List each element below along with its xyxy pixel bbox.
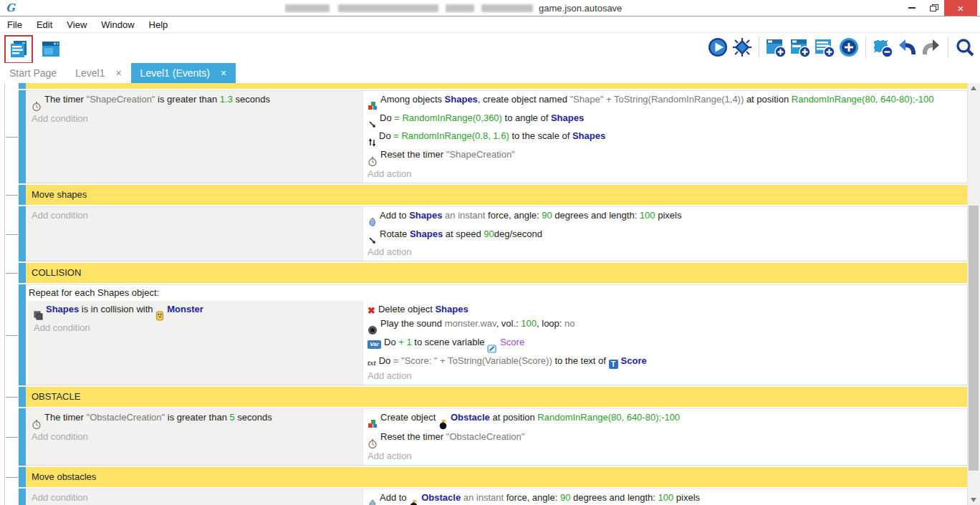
preview-play-icon[interactable] [706,35,730,59]
tab-strip: Start Page Level1 × Level1 (Events) × [0,63,980,83]
text-segment: Do [379,355,393,366]
menu-view[interactable]: View [59,18,94,32]
restore-button[interactable] [923,0,944,16]
add-action[interactable]: Add action [368,449,962,463]
text-segment: , vol.: [496,318,522,329]
redo-icon[interactable] [919,35,943,59]
undo-icon[interactable] [895,35,919,59]
add-condition[interactable]: Add condition [32,430,357,444]
tab-close-icon[interactable]: × [115,67,121,79]
action-row[interactable]: VarDo + 1 to scene variable Score [368,335,962,354]
action-row[interactable]: Among objects Shapes, create object name… [368,92,962,111]
conditions-column: The timer "ObstacleCreation" is greater … [26,409,362,465]
action-row[interactable]: Play the sound monster.wav, vol.: 100, l… [368,317,962,335]
text-segment: 5 [230,412,235,423]
add-action[interactable]: Add action [368,369,962,383]
close-button[interactable]: × [944,0,977,16]
event-block[interactable]: Add conditionAdd to Obstacle an instant … [26,489,968,505]
event-block[interactable]: The timer "ObstacleCreation" is greater … [26,408,968,466]
add-condition[interactable]: Add condition [32,491,357,505]
event-drag-bar[interactable] [19,185,26,205]
comment-block[interactable]: Move shapes [26,185,968,205]
action-row[interactable]: Do = RandomInRange(0.8, 1.6) to the scal… [368,129,962,148]
event-row-container: Move shapes [0,185,968,205]
comment-block[interactable]: COLLISION [26,263,968,283]
add-condition[interactable]: Add condition [32,208,357,223]
menu-help[interactable]: Help [142,18,176,32]
action-row[interactable]: Rotate Shapes at speed 90deg/second [368,227,962,245]
event-block[interactable]: The timer "ShapeCreation" is greater tha… [26,90,968,183]
tab-close-icon[interactable]: × [221,67,226,79]
redacted-title-segment [285,4,330,12]
add-comment-icon[interactable] [812,35,837,59]
event-tick [6,335,18,336]
action-row[interactable]: Create object Obstacle at position Rando… [368,410,962,430]
events-sheet: The timer "ShapeCreation" is greater tha… [0,83,968,505]
action-row[interactable]: Add to Obstacle an instant force, angle:… [368,491,962,505]
event-drag-bar[interactable] [19,387,26,407]
condition-row[interactable]: The timer "ShapeCreation" is greater tha… [32,92,357,112]
event-drag-bar[interactable] [19,83,26,89]
scrollbar-thumb[interactable] [969,206,979,471]
scene-editor-icon[interactable] [39,37,63,62]
event-drag-bar[interactable] [19,263,26,283]
scroll-up-icon[interactable] [971,86,976,90]
event-drag-bar[interactable] [19,206,26,261]
var-icon: Var [368,340,381,349]
event-drag-bar[interactable] [19,489,26,505]
add-condition[interactable]: Add condition [34,321,357,335]
force-icon [368,499,377,505]
foreach-header[interactable]: Repeat for each Shapes object: [26,285,968,301]
comment-block[interactable]: OBSTACLE [26,387,968,407]
event-drag-bar[interactable] [19,467,26,487]
add-action[interactable]: Add action [368,245,962,259]
action-row[interactable]: txtDo = "Score: " + ToString(Variable(Sc… [368,354,962,369]
force-icon [368,217,377,227]
tab-level1-events[interactable]: Level1 (Events) × [131,63,236,83]
menu-file[interactable]: File [0,18,29,32]
add-event-icon[interactable] [764,35,788,59]
text-segment: pixels [673,492,700,503]
debugger-icon[interactable] [730,35,754,59]
add-subevent-icon[interactable] [788,35,812,59]
events-sheet-icon[interactable] [6,37,31,62]
condition-row[interactable]: The timer "ObstacleCreation" is greater … [32,410,357,430]
timer-icon [368,156,378,167]
vertical-scrollbar[interactable] [967,83,980,505]
scene-var-icon [487,344,497,354]
text-segment: "ShapeCreation" [446,149,515,160]
action-row[interactable]: Add to Shapes an instant force, angle: 9… [368,208,962,227]
comment-block[interactable]: Move obstacles [26,467,968,487]
action-row[interactable]: Do = RandomInRange(0,360) to angle of Sh… [368,111,962,129]
search-icon[interactable] [953,35,977,59]
condition-row[interactable]: Shapes is in collision with Monster [34,302,357,321]
tab-level1[interactable]: Level1 × [66,63,130,83]
menu-edit[interactable]: Edit [29,18,59,32]
angle-icon [368,120,377,129]
add-action[interactable]: Add action [368,167,962,181]
tab-start-page[interactable]: Start Page [0,63,66,83]
action-row[interactable]: Reset the timer "ObstacleCreation" [368,430,962,449]
conditions-column: The timer "ShapeCreation" is greater tha… [26,91,362,183]
text-segment: force, angle: [504,492,560,503]
event-drag-bar[interactable] [19,90,26,183]
scroll-down-icon[interactable] [971,498,976,502]
action-row[interactable]: Reset the timer "ShapeCreation" [368,148,962,167]
add-condition[interactable]: Add condition [32,112,357,126]
foreach-event-block[interactable]: Repeat for each Shapes object:Shapes is … [26,284,968,385]
sound-icon [368,325,378,335]
menu-window[interactable]: Window [94,18,141,32]
text-segment: is greater than [155,94,219,105]
event-drag-bar[interactable] [19,408,26,466]
text-segment: "ObstacleCreation" [87,412,165,423]
remove-event-icon[interactable] [870,35,895,59]
event-row-container: Move obstacles [0,467,968,487]
comment-block-partial[interactable] [26,83,968,89]
minimize-button[interactable] [901,0,923,16]
text-segment: to scene variable [412,337,488,347]
add-circle-icon[interactable] [837,35,861,59]
event-drag-bar[interactable] [19,284,26,385]
timer-icon [368,438,378,449]
action-row[interactable]: ✖Delete object Shapes [368,302,962,317]
event-block[interactable]: Add conditionAdd to Shapes an instant fo… [26,206,968,261]
